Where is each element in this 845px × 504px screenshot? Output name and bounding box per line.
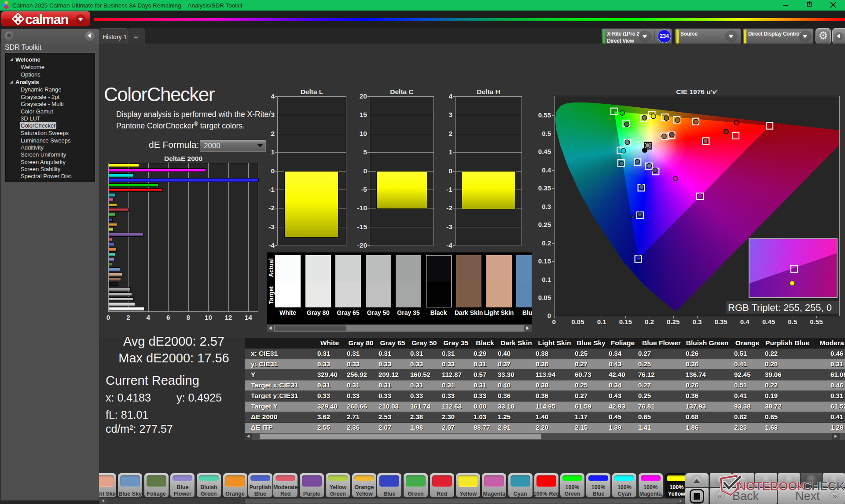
svg-text:CHECK: CHECK [803, 479, 845, 493]
svg-text:NOTEBOOK: NOTEBOOK [737, 479, 806, 493]
